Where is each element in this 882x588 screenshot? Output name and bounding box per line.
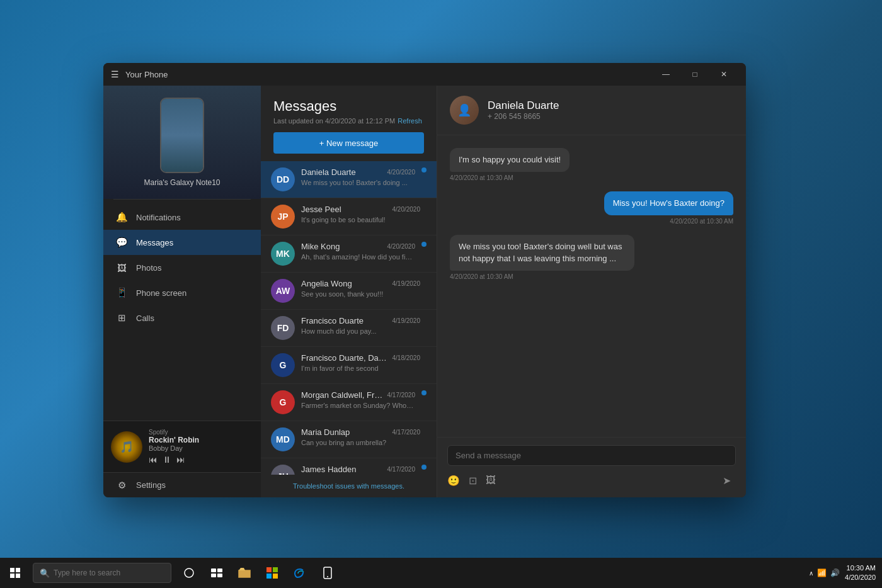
sidebar-item-photos[interactable]: 🖼 Photos xyxy=(103,255,261,280)
conv-date: 4/20/2020 xyxy=(392,206,421,213)
taskbar-time: 10:30 AM xyxy=(845,563,876,573)
svg-rect-11 xyxy=(266,574,272,579)
svg-rect-3 xyxy=(16,574,20,578)
store-button[interactable] xyxy=(260,558,285,588)
search-input[interactable] xyxy=(54,568,154,577)
maximize-button[interactable]: □ xyxy=(680,63,709,86)
phone-name: Maria's Galaxy Note10 xyxy=(144,178,220,187)
conv-top: Jesse Peel 4/20/2020 xyxy=(301,205,420,214)
svg-rect-7 xyxy=(211,574,216,577)
phone-preview: Maria's Galaxy Note10 xyxy=(103,86,261,199)
image-icon[interactable]: 🖼 xyxy=(486,475,496,487)
taskbar-right: ∧ 📶 🔊 10:30 AM 4/20/2020 xyxy=(809,563,882,583)
calls-icon: ⊞ xyxy=(116,312,127,324)
taskbar: 🔍 xyxy=(0,558,882,588)
network-icon[interactable]: 📶 xyxy=(817,568,827,577)
conv-avatar: G xyxy=(271,390,295,414)
messages-nav-label: Messages xyxy=(136,238,173,247)
sidebar-item-phone-screen[interactable]: 📱 Phone screen xyxy=(103,280,261,305)
minimize-button[interactable]: — xyxy=(651,63,680,86)
bell-icon: 🔔 xyxy=(116,212,127,223)
conv-name: Mike Kong xyxy=(301,242,340,251)
conv-info: Francisco Duarte, Daniela ... 4/18/2020 … xyxy=(301,353,420,372)
phone-screen xyxy=(161,99,203,172)
emoji-icon[interactable]: 🙂 xyxy=(447,475,460,487)
conv-avatar: G xyxy=(271,353,295,377)
file-explorer-button[interactable] xyxy=(232,558,257,588)
multitasking-button[interactable] xyxy=(204,558,229,588)
conversation-item-2[interactable]: JP Jesse Peel 4/20/2020 It's going to be… xyxy=(261,198,437,235)
conversation-item-1[interactable]: DD Daniela Duarte 4/20/2020 We miss you … xyxy=(261,161,437,198)
conv-top: James Hadden 4/17/2020 xyxy=(301,465,415,474)
conv-avatar: FD xyxy=(271,316,295,340)
conv-name: Daniela Duarte xyxy=(301,167,356,177)
sticker-icon[interactable]: ⊡ xyxy=(469,475,477,487)
close-button[interactable]: ✕ xyxy=(709,63,738,86)
hamburger-icon[interactable]: ☰ xyxy=(111,69,119,79)
conversation-item-4[interactable]: AW Angelia Wong 4/19/2020 See you soon, … xyxy=(261,273,437,310)
svg-point-4 xyxy=(185,568,193,577)
sidebar-item-calls[interactable]: ⊞ Calls xyxy=(103,305,261,331)
edge-button[interactable] xyxy=(287,558,312,588)
troubleshoot-link[interactable]: Troubleshoot issues with messages. xyxy=(261,475,437,497)
conversation-item-7[interactable]: G Morgan Caldwell, Francisco ... 4/17/20… xyxy=(261,384,437,421)
conversation-item-8[interactable]: MD Maria Dunlap 4/17/2020 Can you bring … xyxy=(261,421,437,458)
next-button[interactable]: ⏭ xyxy=(176,455,185,465)
svg-rect-12 xyxy=(273,574,278,579)
sidebar-item-messages[interactable]: 💬 Messages xyxy=(103,230,261,255)
conv-name: James Hadden xyxy=(301,465,356,474)
conv-top: Daniela Duarte 4/20/2020 xyxy=(301,167,415,177)
conv-top: Mike Kong 4/20/2020 xyxy=(301,242,415,251)
conversation-item-3[interactable]: MK Mike Kong 4/20/2020 Ah, that's amazin… xyxy=(261,235,437,273)
conversation-item-6[interactable]: G Francisco Duarte, Daniela ... 4/18/202… xyxy=(261,347,437,384)
now-playing-info: Spotify Rockin' Robin Bobby Day ⏮ ⏸ ⏭ xyxy=(149,429,253,465)
send-button[interactable]: ➤ xyxy=(717,471,736,490)
calls-label: Calls xyxy=(136,314,154,323)
conv-preview: Ah, that's amazing! How did you find him… xyxy=(301,253,415,261)
conv-date: 4/18/2020 xyxy=(392,354,421,361)
unread-indicator xyxy=(421,465,427,470)
conversation-item-9[interactable]: JH James Hadden 4/17/2020 Cool! Ms. Zenk… xyxy=(261,458,437,475)
conversation-list: DD Daniela Duarte 4/20/2020 We miss you … xyxy=(261,161,437,475)
chevron-up-icon[interactable]: ∧ xyxy=(809,570,813,577)
unread-indicator xyxy=(421,167,427,172)
conv-date: 4/17/2020 xyxy=(392,429,421,436)
sidebar-item-settings[interactable]: ⚙ Settings xyxy=(103,472,261,497)
app-window: ☰ Your Phone — □ ✕ Maria's Galaxy Note10… xyxy=(103,63,746,497)
chat-contact-info: Daniela Duarte + 206 545 8665 xyxy=(488,99,733,121)
chat-input-area: 🙂 ⊡ 🖼 ➤ xyxy=(437,437,746,497)
conv-avatar: MD xyxy=(271,427,295,451)
conv-preview: Can you bring an umbrella? xyxy=(301,439,420,446)
refresh-link[interactable]: Refresh xyxy=(398,117,422,125)
start-button[interactable] xyxy=(0,558,30,588)
volume-icon[interactable]: 🔊 xyxy=(830,568,840,577)
svg-rect-1 xyxy=(16,568,20,572)
taskbar-search-box[interactable]: 🔍 xyxy=(33,563,171,583)
conv-info: Angelia Wong 4/19/2020 See you soon, tha… xyxy=(301,279,420,298)
conv-top: Morgan Caldwell, Francisco ... 4/17/2020 xyxy=(301,390,415,400)
music-controls: ⏮ ⏸ ⏭ xyxy=(149,455,253,465)
taskbar-clock[interactable]: 10:30 AM 4/20/2020 xyxy=(845,563,876,583)
phone-screen-label: Phone screen xyxy=(136,288,186,298)
svg-rect-0 xyxy=(10,568,14,572)
message-text: I'm so happy you could visit! xyxy=(450,148,570,172)
chat-contact-name: Daniela Duarte xyxy=(488,99,733,112)
conv-name: Morgan Caldwell, Francisco ... xyxy=(301,390,385,400)
your-phone-button[interactable] xyxy=(315,558,340,588)
chat-contact-phone: + 206 545 8665 xyxy=(488,112,733,121)
conversation-item-5[interactable]: FD Francisco Duarte 4/19/2020 How much d… xyxy=(261,310,437,347)
task-view-button[interactable] xyxy=(176,558,202,588)
nav-items: 🔔 Notifications 💬 Messages 🖼 Photos 📱 Ph… xyxy=(103,200,261,421)
svg-point-14 xyxy=(327,576,328,577)
conv-avatar: MK xyxy=(271,242,295,266)
sidebar-item-notifications[interactable]: 🔔 Notifications xyxy=(103,205,261,230)
song-artist: Bobby Day xyxy=(149,444,253,452)
prev-button[interactable]: ⏮ xyxy=(149,455,158,465)
taskbar-app-icons xyxy=(176,558,340,588)
pause-button[interactable]: ⏸ xyxy=(163,455,171,465)
chat-input-box xyxy=(447,445,736,466)
chat-panel: 👤 Daniela Duarte + 206 545 8665 I'm so h… xyxy=(437,86,746,497)
taskbar-date: 4/20/2020 xyxy=(845,573,876,582)
message-input[interactable] xyxy=(455,451,728,460)
new-message-button[interactable]: + New message xyxy=(273,132,424,154)
